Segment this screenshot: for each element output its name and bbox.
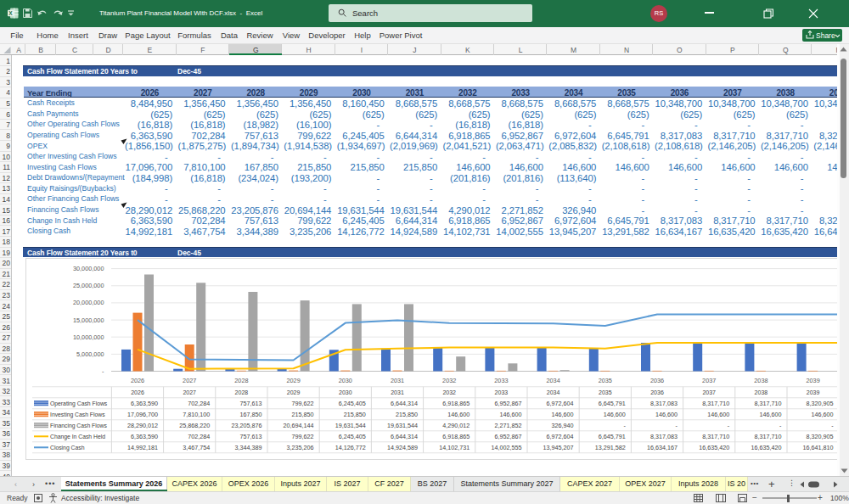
svg-text:16,641,810: 16,641,810 bbox=[803, 443, 834, 451]
svg-text:799,622: 799,622 bbox=[292, 432, 314, 440]
svg-text:7,810,100: 7,810,100 bbox=[183, 410, 210, 417]
svg-text:19,631,544: 19,631,544 bbox=[387, 421, 418, 428]
svg-text:702,284: 702,284 bbox=[188, 432, 210, 440]
svg-text:2034: 2034 bbox=[547, 389, 560, 395]
svg-text:757,613: 757,613 bbox=[239, 399, 261, 406]
svg-text:2026: 2026 bbox=[131, 389, 144, 395]
svg-text:Operating Cash Flows: Operating Cash Flows bbox=[50, 400, 108, 406]
svg-text:6,644,314: 6,644,314 bbox=[391, 399, 418, 406]
svg-text:146,600: 146,600 bbox=[812, 410, 834, 417]
svg-text:23,205,876: 23,205,876 bbox=[231, 421, 261, 428]
svg-text:Closing Cash: Closing Cash bbox=[50, 444, 85, 451]
svg-text:215,850: 215,850 bbox=[344, 410, 366, 417]
svg-text:2028: 2028 bbox=[234, 376, 248, 384]
svg-text:Financing Cash Flows: Financing Cash Flows bbox=[50, 422, 107, 428]
svg-text:2029: 2029 bbox=[287, 389, 301, 395]
svg-text:2035: 2035 bbox=[599, 376, 612, 384]
svg-text:6,645,791: 6,645,791 bbox=[599, 399, 626, 406]
svg-text:X: X bbox=[8, 10, 13, 16]
svg-text:16,635,420: 16,635,420 bbox=[751, 443, 781, 451]
svg-text:2027: 2027 bbox=[183, 376, 196, 384]
svg-text:6,363,590: 6,363,590 bbox=[131, 432, 158, 440]
svg-text:2027: 2027 bbox=[183, 389, 196, 395]
svg-text:2037: 2037 bbox=[702, 389, 716, 395]
svg-text:Investing Cash Flows: Investing Cash Flows bbox=[50, 411, 105, 417]
svg-text:14,924,589: 14,924,589 bbox=[387, 443, 418, 451]
svg-text:3,467,754: 3,467,754 bbox=[183, 443, 210, 451]
svg-text:2028: 2028 bbox=[235, 389, 249, 395]
svg-text:146,600: 146,600 bbox=[447, 410, 469, 417]
svg-text:2032: 2032 bbox=[442, 389, 456, 395]
svg-text:8,320,905: 8,320,905 bbox=[807, 432, 834, 440]
svg-text:6,918,865: 6,918,865 bbox=[442, 432, 469, 440]
svg-text:8,317,710: 8,317,710 bbox=[702, 399, 729, 406]
svg-text:6,245,405: 6,245,405 bbox=[339, 432, 366, 440]
svg-text:2039: 2039 bbox=[806, 376, 819, 384]
svg-text:8,317,083: 8,317,083 bbox=[650, 399, 678, 406]
svg-text:14,126,772: 14,126,772 bbox=[335, 443, 366, 451]
svg-text:6,972,604: 6,972,604 bbox=[547, 432, 574, 440]
svg-text:20,000,000: 20,000,000 bbox=[73, 299, 104, 306]
svg-text:20,694,144: 20,694,144 bbox=[284, 421, 314, 428]
svg-text:25,868,220: 25,868,220 bbox=[179, 421, 210, 428]
svg-text:757,613: 757,613 bbox=[239, 432, 261, 440]
svg-text:2033: 2033 bbox=[495, 389, 509, 395]
svg-text:146,600: 146,600 bbox=[759, 410, 781, 417]
svg-text:2031: 2031 bbox=[391, 376, 404, 384]
svg-text:2034: 2034 bbox=[546, 376, 559, 384]
svg-text:326,940: 326,940 bbox=[552, 421, 574, 428]
svg-text:28,290,012: 28,290,012 bbox=[127, 421, 158, 428]
svg-text:2,271,852: 2,271,852 bbox=[494, 421, 521, 428]
svg-text:146,600: 146,600 bbox=[655, 410, 678, 417]
svg-text:16,634,167: 16,634,167 bbox=[647, 443, 678, 451]
svg-text:799,622: 799,622 bbox=[292, 399, 314, 406]
svg-text:19,631,544: 19,631,544 bbox=[335, 421, 366, 428]
svg-text:167,850: 167,850 bbox=[239, 410, 261, 417]
svg-text:215,850: 215,850 bbox=[292, 410, 314, 417]
svg-text:Change In Cash Held: Change In Cash Held bbox=[50, 433, 105, 440]
svg-text:14,102,731: 14,102,731 bbox=[439, 443, 469, 451]
svg-text:2031: 2031 bbox=[391, 389, 404, 395]
svg-text:2039: 2039 bbox=[807, 389, 820, 395]
svg-text:2038: 2038 bbox=[755, 389, 768, 395]
svg-text:5,000,000: 5,000,000 bbox=[76, 350, 104, 357]
svg-text:8,317,710: 8,317,710 bbox=[754, 399, 781, 406]
svg-text:17,096,700: 17,096,700 bbox=[127, 410, 158, 417]
svg-text:6,972,604: 6,972,604 bbox=[547, 399, 574, 406]
svg-text:8,317,083: 8,317,083 bbox=[650, 432, 678, 440]
svg-text:2030: 2030 bbox=[339, 376, 352, 384]
svg-text:6,952,867: 6,952,867 bbox=[494, 399, 521, 406]
svg-text:6,645,791: 6,645,791 bbox=[599, 432, 626, 440]
svg-text:146,600: 146,600 bbox=[604, 410, 626, 417]
svg-text:2037: 2037 bbox=[702, 376, 716, 384]
svg-text:2029: 2029 bbox=[286, 376, 300, 384]
svg-text:8,317,710: 8,317,710 bbox=[754, 432, 781, 440]
svg-text:146,600: 146,600 bbox=[499, 410, 521, 417]
svg-text:30,000,000: 30,000,000 bbox=[73, 265, 104, 272]
svg-text:2036: 2036 bbox=[650, 376, 664, 384]
svg-text:15,000,000: 15,000,000 bbox=[73, 316, 104, 323]
svg-text:8,320,905: 8,320,905 bbox=[807, 399, 834, 406]
svg-text:2030: 2030 bbox=[339, 389, 352, 395]
svg-text:146,600: 146,600 bbox=[707, 410, 729, 417]
svg-text:3,235,206: 3,235,206 bbox=[287, 443, 314, 451]
svg-text:14,002,555: 14,002,555 bbox=[491, 443, 521, 451]
svg-text:702,284: 702,284 bbox=[188, 399, 210, 406]
svg-text:6,952,867: 6,952,867 bbox=[494, 432, 521, 440]
svg-text:215,850: 215,850 bbox=[396, 410, 418, 417]
svg-text:10,000,000: 10,000,000 bbox=[73, 333, 104, 340]
svg-text:13,291,582: 13,291,582 bbox=[595, 443, 626, 451]
svg-text:3,344,389: 3,344,389 bbox=[234, 443, 261, 451]
svg-text:13,945,207: 13,945,207 bbox=[543, 443, 574, 451]
svg-text:6,644,314: 6,644,314 bbox=[391, 432, 418, 440]
svg-text:2032: 2032 bbox=[442, 376, 456, 384]
svg-text:2026: 2026 bbox=[131, 376, 144, 384]
svg-text:2033: 2033 bbox=[494, 376, 508, 384]
svg-text:16,635,420: 16,635,420 bbox=[699, 443, 729, 451]
svg-text:25,000,000: 25,000,000 bbox=[73, 282, 104, 289]
svg-text:146,600: 146,600 bbox=[552, 410, 574, 417]
svg-text:2038: 2038 bbox=[754, 376, 767, 384]
svg-text:6,363,590: 6,363,590 bbox=[131, 399, 158, 406]
svg-text:4,290,012: 4,290,012 bbox=[442, 421, 469, 428]
svg-text:6,245,405: 6,245,405 bbox=[339, 399, 366, 406]
